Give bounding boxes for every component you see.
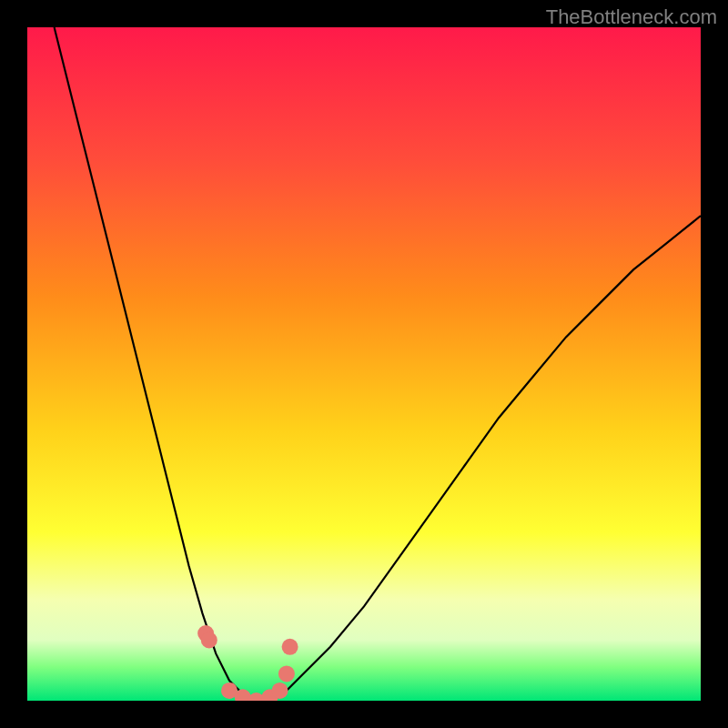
plot-area [27,27,701,701]
bottleneck-curve [55,27,701,701]
watermark-text: TheBottleneck.com [546,5,717,29]
highlight-markers [197,625,298,701]
marker-point [282,639,298,655]
curve-overlay [27,27,701,701]
marker-point [272,682,288,699]
marker-point [278,665,295,682]
marker-point [201,632,217,648]
